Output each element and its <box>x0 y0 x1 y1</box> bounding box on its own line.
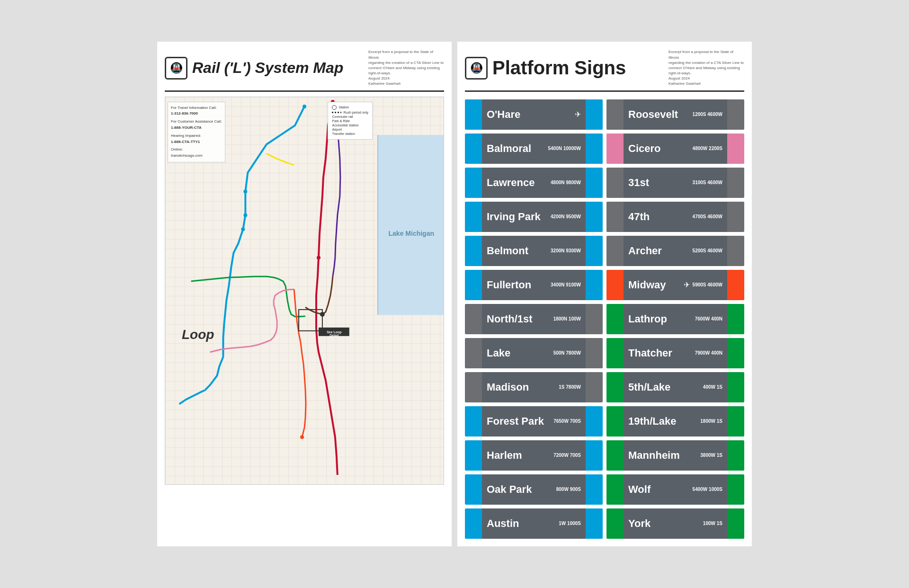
sign-station-name: Midway <box>628 279 681 291</box>
sign-coords: 3100S 4600W <box>693 179 722 186</box>
svg-point-6 <box>317 256 321 259</box>
sign-coords: 3400N 9100W <box>551 282 581 288</box>
sign-coords: 100W 1S <box>703 520 722 527</box>
sign-coords: 5900S 4600W <box>693 282 722 288</box>
svg-point-4 <box>243 213 247 217</box>
sign-station-name: York <box>628 517 700 530</box>
sign-color-bar-right <box>586 338 603 368</box>
sign-color-bar-left <box>606 134 624 164</box>
sign-color-bar-left <box>465 440 482 471</box>
sign-station-name: Austin <box>487 517 556 530</box>
sign-color-bar-right <box>586 508 603 539</box>
sign-color-bar-right <box>586 372 603 402</box>
sign-main: Mannheim3800W 1S <box>624 440 727 471</box>
sign-row: 31st3100S 4600W <box>606 168 744 198</box>
sign-station-name: Forest Park <box>487 415 551 428</box>
sign-coords: 3800W 1S <box>700 452 722 459</box>
sign-row: Fullerton3400N 9100W <box>465 270 603 300</box>
sign-color-bar-left <box>465 474 482 505</box>
sign-row: Cicero4800W 2200S <box>606 134 744 164</box>
sign-coords: 4800W 2200S <box>693 145 722 152</box>
sign-coords: 7600W 400N <box>695 316 722 322</box>
sign-color-bar-right <box>727 406 744 437</box>
airport-icon: ✈ <box>575 110 581 119</box>
sign-color-bar-right <box>586 168 603 198</box>
sign-color-bar-right <box>727 440 744 471</box>
sign-main: Fullerton3400N 9100W <box>482 270 586 300</box>
sign-row: 47th4700S 4600W <box>606 202 744 232</box>
sign-main: Archer5200S 4600W <box>624 236 727 266</box>
sign-color-bar-right <box>727 270 744 300</box>
sign-coords: 1S 7800W <box>559 384 581 391</box>
sign-color-bar-left <box>606 474 624 505</box>
sign-color-bar-left <box>465 406 482 437</box>
sign-color-bar-right <box>586 406 603 437</box>
right-title: Platform Signs <box>492 57 626 79</box>
sign-color-bar-right <box>727 304 744 334</box>
sign-color-bar-left <box>465 134 482 164</box>
sign-row: Austin1W 1000S <box>465 508 603 539</box>
sign-color-bar-left <box>606 440 624 471</box>
sign-color-bar-left <box>465 372 482 402</box>
sign-coords: 1W 1000S <box>559 520 581 527</box>
legend-box: Station Rush period only Commuter rail P… <box>328 102 373 140</box>
sign-coords: 7900W 400N <box>695 350 722 356</box>
sign-main: North/1st1800N 100W <box>482 304 586 334</box>
sign-station-name: Wolf <box>628 483 690 496</box>
sign-main: Oak Park800W 900S <box>482 474 586 505</box>
sign-main: 19th/Lake1800W 1S <box>624 406 727 437</box>
map-area: Lake Michigan <box>165 97 444 485</box>
left-header: 🚇 Rail ('L') System Map Excerpt from a p… <box>165 49 444 91</box>
sign-main: Wolf5400W 1000S <box>624 474 727 505</box>
sign-main: Madison1S 7800W <box>482 372 586 402</box>
sign-station-name: Harlem <box>487 449 551 462</box>
sign-color-bar-left <box>606 236 624 266</box>
sign-station-name: Lawrence <box>487 177 548 189</box>
sign-station-name: 19th/Lake <box>628 415 697 428</box>
sign-row: Balmoral5400N 10000W <box>465 134 603 164</box>
sign-color-bar-right <box>727 236 744 266</box>
sign-station-name: Cicero <box>628 143 690 155</box>
sign-row: 19th/Lake1800W 1S <box>606 406 744 437</box>
sign-station-name: Oak Park <box>487 483 553 496</box>
sign-row: Harlem7200W 700S <box>465 440 603 471</box>
svg-point-1 <box>303 105 306 108</box>
left-panel: 🚇 Rail ('L') System Map Excerpt from a p… <box>157 42 452 546</box>
sign-row: Mannheim3800W 1S <box>606 440 744 471</box>
sign-color-bar-right <box>586 236 603 266</box>
sign-station-name: 47th <box>628 211 690 223</box>
sign-row: Wolf5400W 1000S <box>606 474 744 505</box>
sign-color-bar-left <box>465 168 482 198</box>
sign-row: Thatcher7900W 400N <box>606 338 744 368</box>
svg-point-7 <box>320 312 325 317</box>
sign-row: York100W 1S <box>606 508 744 539</box>
sign-station-name: O'Hare <box>487 108 572 121</box>
sign-color-bar-left <box>465 270 482 300</box>
sign-color-bar-right <box>727 372 744 402</box>
sign-main: Lawrence4800N 9800W <box>482 168 586 198</box>
sign-color-bar-left <box>606 99 624 130</box>
sign-station-name: Belmont <box>487 245 548 257</box>
sign-color-bar-left <box>465 99 482 130</box>
sign-station-name: Archer <box>628 245 690 257</box>
sign-coords: 400W 1S <box>703 384 722 391</box>
sign-color-bar-left <box>606 270 624 300</box>
right-header-note: Excerpt from a proposal to the State of … <box>668 49 744 86</box>
sign-station-name: 31st <box>628 177 690 189</box>
sign-main: Midway✈5900S 4600W <box>624 270 727 300</box>
sign-main: 31st3100S 4600W <box>624 168 727 198</box>
sign-color-bar-right <box>586 270 603 300</box>
sign-main: 5th/Lake400W 1S <box>624 372 727 402</box>
info-box: For Travel Information Call: 1-312-836-7… <box>168 102 225 162</box>
sign-color-bar-left <box>465 338 482 368</box>
sign-coords: 1200S 4600W <box>693 111 722 118</box>
sign-color-bar-left <box>465 236 482 266</box>
sign-coords: 4700S 4600W <box>693 214 722 220</box>
sign-coords: 7650W 700S <box>553 418 581 425</box>
right-train-icon: 🚇 <box>465 57 488 80</box>
sign-row: 5th/Lake400W 1S <box>606 372 744 402</box>
sign-row: Roosevelt1200S 4600W <box>606 99 744 130</box>
signs-grid: O'Hare✈Roosevelt1200S 4600WBalmoral5400N… <box>465 99 744 539</box>
sign-color-bar-right <box>727 508 744 539</box>
sign-color-bar-right <box>586 440 603 471</box>
